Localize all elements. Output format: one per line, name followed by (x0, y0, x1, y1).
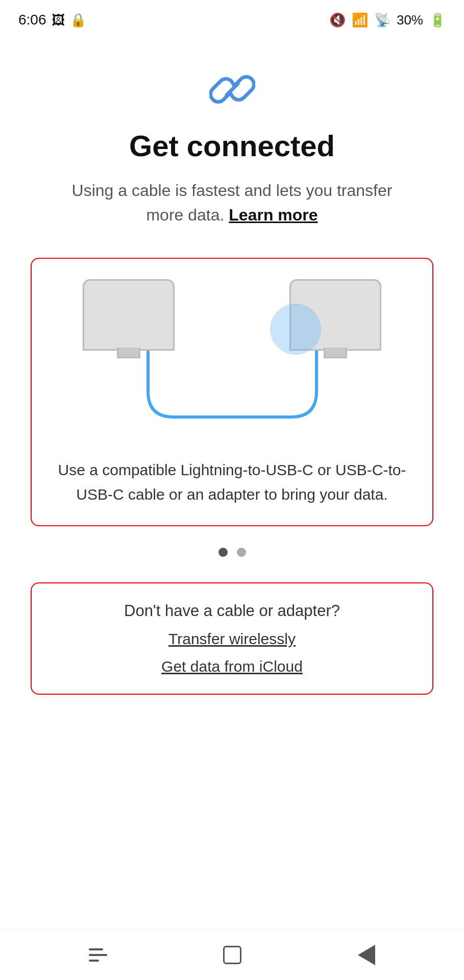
status-time-area: 6:06 🖼 🔒 (18, 12, 86, 28)
page-subtitle: Using a cable is fastest and lets you tr… (54, 178, 411, 227)
status-bar: 6:06 🖼 🔒 🔇 📶 📡 30% 🔋 (0, 0, 464, 36)
page-dots (218, 548, 246, 557)
dot-1 (218, 548, 228, 557)
status-time: 6:06 (18, 12, 46, 28)
dot-2 (237, 548, 246, 557)
status-icons: 🔇 📶 📡 30% 🔋 (329, 12, 446, 28)
no-cable-question: Don't have a cable or adapter? (124, 602, 340, 620)
recent-apps-button[interactable] (78, 940, 118, 970)
home-button[interactable] (212, 940, 253, 970)
battery-label: 30% (397, 12, 423, 28)
signal-icon: 📡 (374, 12, 390, 28)
cable-card: Use a compatible Lightning-to-USB-C or U… (31, 258, 433, 526)
transfer-wirelessly-link[interactable]: Transfer wirelessly (168, 630, 296, 648)
mute-icon: 🔇 (329, 12, 346, 28)
back-button[interactable] (346, 940, 387, 970)
no-cable-box: Don't have a cable or adapter? Transfer … (31, 582, 433, 695)
back-icon (358, 945, 375, 965)
recent-apps-icon (89, 948, 107, 962)
battery-icon: 🔋 (429, 12, 446, 28)
chain-icon-container (209, 66, 255, 114)
device-right (289, 279, 381, 351)
home-icon (223, 946, 241, 964)
learn-more-link[interactable]: Learn more (229, 206, 318, 224)
nav-bar (0, 929, 464, 980)
lock-icon: 🔒 (70, 12, 86, 28)
chain-link-icon (209, 66, 255, 112)
icloud-link[interactable]: Get data from iCloud (161, 658, 303, 675)
device-left (83, 279, 175, 351)
photo-icon: 🖼 (52, 12, 65, 28)
main-content: Get connected Using a cable is fastest a… (0, 36, 464, 929)
wifi-icon: 📶 (352, 12, 368, 28)
page-title: Get connected (129, 129, 335, 163)
card-description: Use a compatible Lightning-to-USB-C or U… (52, 458, 412, 507)
cable-illustration (52, 279, 412, 443)
device-body-left (83, 279, 175, 351)
pulse-circle (270, 304, 321, 355)
